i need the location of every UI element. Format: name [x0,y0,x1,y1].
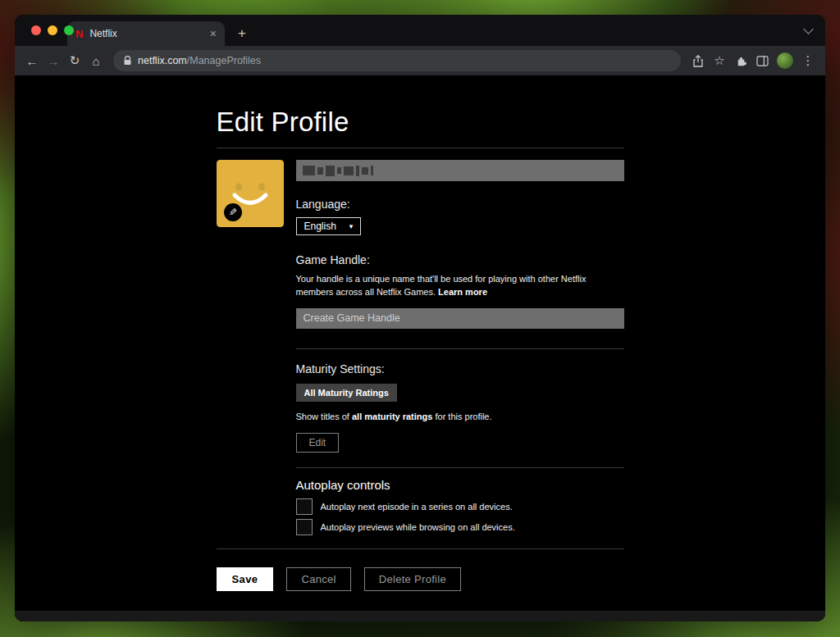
profile-row: ✎ Language: English [217,160,624,535]
autoplay-option-row: Autoplay next episode in a series on all… [296,498,624,515]
language-label: Language: [296,198,624,211]
caret-down-icon: ▾ [349,222,354,230]
new-tab-button[interactable]: + [231,23,253,44]
share-button[interactable] [687,50,709,71]
profile-name-input[interactable] [296,160,624,181]
page-title: Edit Profile [217,107,624,138]
tab-title: Netflix [89,28,203,39]
autoplay-controls-title: Autoplay controls [296,478,624,492]
maturity-desc-bold: all maturity ratings [352,412,432,421]
url-text: netflix.com/ManageProfiles [138,55,261,66]
action-buttons: Save Cancel Delete Profile [217,567,624,591]
browser-window: N Netflix × + ← → ↻ ⌂ netflix.com/Manage… [15,15,825,621]
close-window-button[interactable] [31,25,41,35]
redacted-name [303,166,315,175]
browser-tab-netflix[interactable]: N Netflix × [67,21,225,46]
home-button[interactable]: ⌂ [85,50,107,71]
maturity-rating-badge: All Maturity Ratings [296,384,397,402]
netflix-page: Edit Profile ✎ [15,75,825,621]
edit-avatar-pencil-icon[interactable]: ✎ [224,203,242,221]
autoplay-previews-label: Autoplay previews while browsing on all … [321,522,515,532]
minimize-window-button[interactable] [48,25,57,35]
profile-avatar[interactable]: ✎ [217,160,284,227]
url-path: /ManageProfiles [187,55,261,66]
section-divider [296,467,624,468]
browser-profile-avatar[interactable] [777,52,793,69]
maturity-desc-suffix: for this profile. [432,412,491,421]
save-button[interactable]: Save [217,567,274,591]
extensions-puzzle-icon[interactable] [730,50,751,71]
game-handle-input[interactable] [296,308,624,329]
language-selected: English [304,221,336,232]
url-host: netflix.com [138,55,187,66]
cancel-button[interactable]: Cancel [286,567,350,591]
chevron-down-icon[interactable] [803,24,814,34]
maturity-edit-button[interactable]: Edit [296,433,340,453]
maturity-desc-prefix: Show titles of [296,412,352,421]
maturity-settings-label: Maturity Settings: [296,362,624,375]
game-handle-description: Your handle is a unique name that'll be … [296,273,624,299]
maximize-window-button[interactable] [64,25,74,35]
maturity-description: Show titles of all maturity ratings for … [296,412,624,421]
browser-menu-icon[interactable]: ⋮ [797,50,819,71]
back-button[interactable]: ← [21,50,43,71]
section-divider [296,348,624,349]
reload-button[interactable]: ↻ [64,50,85,71]
address-bar[interactable]: netflix.com/ManageProfiles [113,50,681,71]
autoplay-next-episode-label: Autoplay next episode in a series on all… [321,502,513,512]
tab-close-icon[interactable]: × [210,28,217,39]
autoplay-previews-checkbox[interactable] [296,519,313,535]
netflix-logo-icon: N [75,29,83,39]
page-footer-strip [15,611,825,621]
actions-divider [217,548,624,549]
bookmark-star-icon[interactable]: ☆ [709,50,730,71]
tab-strip: N Netflix × + [15,15,825,46]
profile-fields: Language: English ▾ Game Handle: Your ha… [296,160,624,535]
autoplay-next-episode-checkbox[interactable] [296,498,313,515]
learn-more-link[interactable]: Learn more [438,287,487,297]
window-controls [31,25,74,35]
title-divider [217,148,624,148]
language-dropdown[interactable]: English ▾ [296,217,362,235]
edit-profile-form: Edit Profile ✎ [217,75,624,591]
delete-profile-button[interactable]: Delete Profile [364,567,461,591]
browser-toolbar: ← → ↻ ⌂ netflix.com/ManageProfiles ☆ ⋮ [15,46,825,75]
forward-button[interactable]: → [43,50,64,71]
side-panel-icon[interactable] [751,50,773,71]
game-handle-label: Game Handle: [296,253,624,266]
autoplay-option-row: Autoplay previews while browsing on all … [296,519,624,535]
lock-icon [123,56,132,66]
